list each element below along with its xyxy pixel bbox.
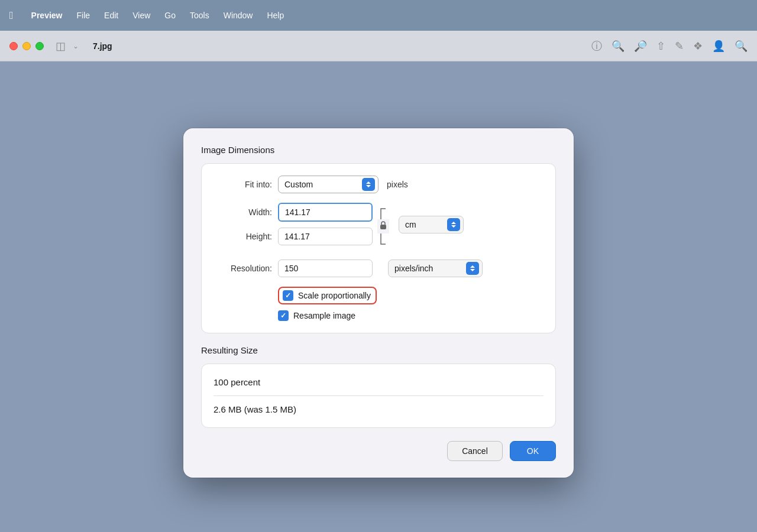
ok-button[interactable]: OK <box>510 441 556 461</box>
file-size-row: 2.6 MB (was 1.5 MB) <box>213 402 544 417</box>
markup-icon[interactable]: ✎ <box>675 40 684 53</box>
resulting-size-title: Resulting Size <box>201 345 556 355</box>
fit-into-label: Fit into: <box>216 180 272 189</box>
menu-window[interactable]: Window <box>218 8 259 22</box>
expand-icon[interactable]: ❖ <box>693 40 703 53</box>
unit-selector-wrapper: cm pixels inches mm <box>399 216 464 233</box>
resolution-input[interactable]: 150 <box>278 259 373 277</box>
unit-select-wrapper: cm pixels inches mm <box>399 216 464 233</box>
maximize-button[interactable] <box>35 42 44 50</box>
sidebar-toggle-icon[interactable]: ◫ <box>56 40 66 53</box>
scale-proportionally-row: ✓ Scale proportionally <box>278 287 541 304</box>
lock-icon <box>377 219 389 233</box>
fit-into-unit: pixels <box>387 180 408 189</box>
traffic-lights <box>9 42 44 50</box>
zoom-out-icon[interactable]: 🔍 <box>612 40 625 53</box>
menu-view[interactable]: View <box>127 8 156 22</box>
result-divider <box>213 395 544 396</box>
width-row: Width: 141.17 <box>216 203 373 222</box>
width-label: Width: <box>216 207 272 217</box>
resolution-unit-wrapper: pixels/inch pixels/cm <box>388 259 483 277</box>
window-chrome: ◫ ⌄ 7.jpg ⓘ 🔍 🔎 ⇧ ✎ ❖ 👤 🔍 <box>0 31 757 61</box>
height-row: Height: 141.17 <box>216 228 373 245</box>
info-icon[interactable]: ⓘ <box>591 39 602 53</box>
scale-proportionally-highlight: ✓ Scale proportionally <box>278 287 377 304</box>
resolution-unit-select[interactable]: pixels/inch pixels/cm <box>388 259 483 277</box>
dimensions-panel: Fit into: Custom pixels Width: 141.17 <box>201 163 556 333</box>
scale-proportionally-label: Scale proportionally <box>298 291 371 300</box>
resolution-label: Resolution: <box>216 264 272 273</box>
checkmark-icon-2: ✓ <box>280 312 286 319</box>
share-icon[interactable]: ⇧ <box>656 40 665 53</box>
sidebar-dropdown-icon[interactable]: ⌄ <box>73 42 79 50</box>
menu-preview[interactable]: Preview <box>25 8 69 22</box>
menu-bar:  Preview File Edit View Go Tools Window… <box>0 0 757 31</box>
menu-items: Preview File Edit View Go Tools Window H… <box>25 8 748 22</box>
menu-tools[interactable]: Tools <box>184 8 215 22</box>
window-controls: ⓘ 🔍 🔎 ⇧ ✎ ❖ 👤 🔍 <box>591 39 748 53</box>
scale-proportionally-checkbox[interactable]: ✓ <box>283 290 293 301</box>
height-input[interactable]: 141.17 <box>278 228 373 245</box>
minimize-button[interactable] <box>22 42 31 50</box>
link-bracket <box>377 203 389 250</box>
width-input[interactable]: 141.17 <box>278 203 373 222</box>
menu-edit[interactable]: Edit <box>98 8 124 22</box>
checkboxes-area: ✓ Scale proportionally ✓ Resample image <box>216 287 541 321</box>
menu-help[interactable]: Help <box>261 8 290 22</box>
percent-row: 100 percent <box>213 375 544 390</box>
resample-image-row: ✓ Resample image <box>278 310 541 321</box>
resample-image-label: Resample image <box>293 311 355 320</box>
fit-into-select[interactable]: Custom <box>278 176 378 193</box>
image-dimensions-title: Image Dimensions <box>201 145 556 155</box>
resolution-row: Resolution: 150 pixels/inch pixels/cm <box>216 259 541 277</box>
image-dimensions-dialog: Image Dimensions Fit into: Custom pixels <box>183 128 574 478</box>
apple-menu[interactable]:  <box>9 9 14 22</box>
menu-go[interactable]: Go <box>158 8 182 22</box>
wh-inputs: Width: 141.17 Height: 141.17 <box>216 203 373 245</box>
resample-image-checkbox[interactable]: ✓ <box>278 310 289 321</box>
unit-select[interactable]: cm pixels inches mm <box>399 216 464 233</box>
svg-rect-0 <box>380 225 386 229</box>
close-button[interactable] <box>9 42 18 50</box>
dialog-buttons: Cancel OK <box>201 441 556 461</box>
window-title: 7.jpg <box>93 41 112 51</box>
menu-file[interactable]: File <box>71 8 96 22</box>
cancel-button[interactable]: Cancel <box>447 441 503 461</box>
checkmark-icon: ✓ <box>285 292 291 299</box>
search-icon[interactable]: 🔍 <box>735 40 748 53</box>
fit-into-row: Fit into: Custom pixels <box>216 176 541 193</box>
fit-into-select-wrapper: Custom <box>278 176 378 193</box>
height-label: Height: <box>216 232 272 241</box>
zoom-in-icon[interactable]: 🔎 <box>634 40 647 53</box>
resulting-size-panel: 100 percent 2.6 MB (was 1.5 MB) <box>201 364 556 428</box>
wh-row: Width: 141.17 Height: 141.17 <box>216 203 541 250</box>
dialog-overlay: Image Dimensions Fit into: Custom pixels <box>0 61 757 532</box>
contact-icon[interactable]: 👤 <box>712 40 725 53</box>
